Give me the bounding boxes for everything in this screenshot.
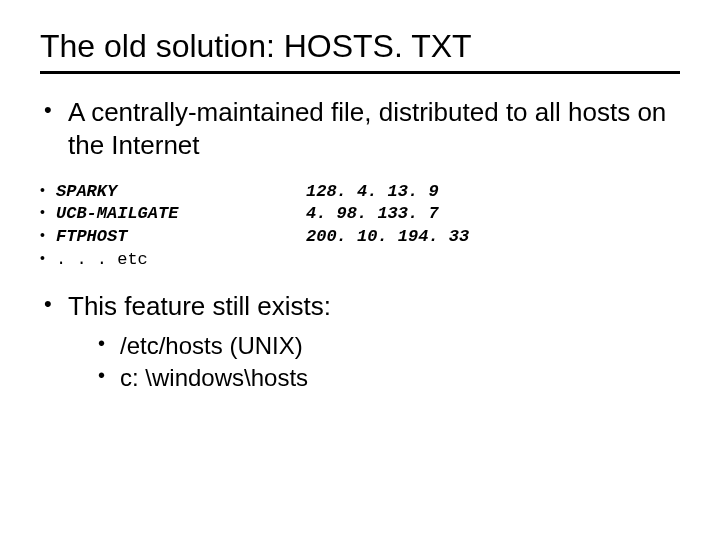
hosts-etc: . . . etc <box>40 249 680 272</box>
hosts-list: SPARKY 128. 4. 13. 9 UCB-MAILGATE 4. 98.… <box>40 181 680 273</box>
sub-item: c: \windows\hosts <box>98 362 680 394</box>
sub-list: /etc/hosts (UNIX) c: \windows\hosts <box>68 330 680 395</box>
hosts-row: SPARKY 128. 4. 13. 9 <box>40 181 680 204</box>
host-name: FTPHOST <box>56 226 306 249</box>
host-name: SPARKY <box>56 181 306 204</box>
hosts-row: UCB-MAILGATE 4. 98. 133. 7 <box>40 203 680 226</box>
bullet-text: This feature still exists: <box>68 291 331 321</box>
host-ip: 128. 4. 13. 9 <box>306 181 439 204</box>
slide-title: The old solution: HOSTS. TXT <box>40 28 680 65</box>
slide: The old solution: HOSTS. TXT A centrally… <box>0 0 720 394</box>
sub-item: /etc/hosts (UNIX) <box>98 330 680 362</box>
title-underline <box>40 71 680 74</box>
hosts-row: FTPHOST 200. 10. 194. 33 <box>40 226 680 249</box>
bullet-list-2: This feature still exists: /etc/hosts (U… <box>40 290 680 394</box>
host-ip: 4. 98. 133. 7 <box>306 203 439 226</box>
hosts-etc-text: . . . etc <box>56 249 148 272</box>
bullet-list: A centrally-maintained file, distributed… <box>40 96 680 163</box>
host-name: UCB-MAILGATE <box>56 203 306 226</box>
bullet-item: A centrally-maintained file, distributed… <box>40 96 680 163</box>
host-ip: 200. 10. 194. 33 <box>306 226 469 249</box>
bullet-item: This feature still exists: /etc/hosts (U… <box>40 290 680 394</box>
